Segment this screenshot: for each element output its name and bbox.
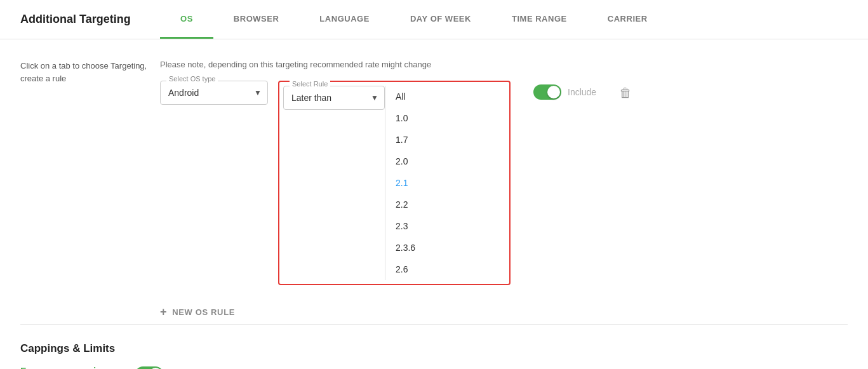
delete-icon[interactable]: 🗑 (619, 86, 632, 100)
tab-time-range[interactable]: TIME RANGE (491, 0, 587, 39)
os-type-select[interactable]: Android (160, 81, 268, 105)
version-item-1.7[interactable]: 1.7 (385, 129, 505, 151)
tab-os[interactable]: OS (160, 0, 213, 39)
version-item-2.2[interactable]: 2.2 (385, 194, 505, 215)
rule-row: Select OS type Android ▼ Select Rule Lat… (160, 81, 848, 285)
os-type-label: Select OS type (166, 75, 218, 83)
tab-browser[interactable]: BROWSER (213, 0, 300, 39)
frequency-toggle-row: Default (135, 366, 199, 369)
version-item-2.6[interactable]: 2.6 (385, 258, 505, 280)
rule-dropdown-wrapper: Select Rule Later than ▼ (283, 86, 385, 110)
tab-carrier[interactable]: CARRIER (587, 0, 668, 39)
nav-tabs: OS BROWSER LANGUAGE DAY OF WEEK TIME RAN… (160, 0, 848, 39)
left-panel: Click on a tab to choose Targeting, crea… (20, 60, 160, 324)
main-area: Click on a tab to choose Targeting, crea… (0, 39, 868, 324)
version-list-container: All 1.0 1.7 2.0 2.1 2.2 2.3 2.3.6 2.6 (385, 86, 505, 280)
plus-icon: + (160, 305, 167, 319)
version-item-2.3[interactable]: 2.3 (385, 215, 505, 237)
include-section: Include (533, 84, 596, 100)
rule-select[interactable]: Later than (283, 86, 385, 110)
rule-label: Select Rule (290, 80, 330, 88)
version-item-2.1[interactable]: 2.1 (385, 172, 505, 194)
new-os-rule-button[interactable]: + NEW OS RULE (160, 300, 235, 324)
right-panel: Please note, depending on this targeting… (160, 60, 848, 324)
notice-text: Please note, depending on this targeting… (160, 60, 848, 69)
tab-language[interactable]: LANGUAGE (299, 0, 390, 39)
page-title: Additional Targeting (20, 0, 160, 39)
top-nav: Additional Targeting OS BROWSER LANGUAGE… (0, 0, 868, 39)
toggle-thumb (547, 86, 560, 98)
new-os-rule-label: NEW OS RULE (172, 307, 235, 317)
cappings-section: Cappings & Limits Frequency cappings Def… (0, 325, 868, 369)
include-label: Include (568, 87, 596, 97)
version-item-2.0[interactable]: 2.0 (385, 151, 505, 172)
cappings-title: Cappings & Limits (20, 342, 848, 355)
frequency-label: Frequency cappings (20, 365, 120, 369)
tab-day-of-week[interactable]: DAY OF WEEK (390, 0, 491, 39)
version-item-1.0[interactable]: 1.0 (385, 107, 505, 129)
frequency-toggle[interactable] (135, 366, 163, 369)
targeting-hint: Click on a tab to choose Targeting, crea… (20, 60, 160, 84)
version-list[interactable]: All 1.0 1.7 2.0 2.1 2.2 2.3 2.3.6 2.6 (385, 86, 505, 280)
frequency-row: Frequency cappings Default value is set … (20, 365, 848, 369)
include-toggle[interactable] (533, 84, 561, 100)
os-type-dropdown-wrapper: Select OS type Android ▼ (160, 81, 268, 105)
highlighted-rule-group: Select Rule Later than ▼ All 1.0 1.7 2.0 (278, 81, 511, 285)
version-item-2.3.6[interactable]: 2.3.6 (385, 237, 505, 258)
frequency-info: Frequency cappings Default value is set … (20, 365, 120, 369)
page: Additional Targeting OS BROWSER LANGUAGE… (0, 0, 868, 369)
version-item-all[interactable]: All (385, 86, 505, 107)
